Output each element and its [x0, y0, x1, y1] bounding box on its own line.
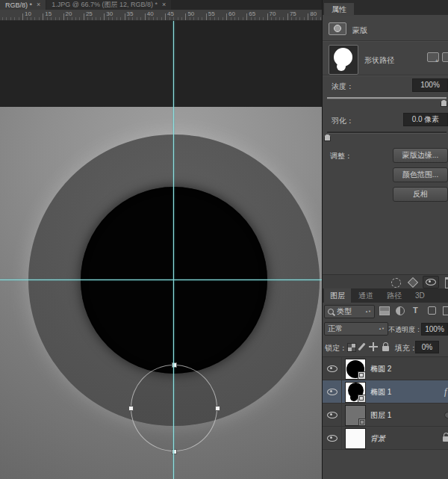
layer-name[interactable]: 椭圆 2 [370, 364, 391, 374]
adjust-label: 调整： [330, 151, 352, 161]
tab-3d[interactable]: 3D [409, 288, 431, 303]
ruler-label: 65 [249, 10, 255, 17]
layer-row-background[interactable]: 背景 [323, 427, 448, 450]
add-vector-mask-icon[interactable] [442, 52, 448, 62]
thumb-bump [350, 394, 358, 401]
eye-icon [327, 435, 337, 442]
eye-icon [327, 412, 337, 418]
document-tab-current[interactable]: RGB/8) * × [0, 0, 46, 10]
visibility-cell[interactable] [323, 357, 342, 380]
close-icon[interactable]: × [37, 0, 40, 10]
document-tabbar: RGB/8) * × 1.JPG @ 66.7% (图层 12, RGB/8) … [0, 0, 322, 10]
eye-icon [426, 279, 436, 285]
chevron-updown-icon: ▲▼ [365, 310, 371, 313]
properties-panel-header: 属性 [323, 0, 448, 15]
ruler-label: 15 [45, 10, 52, 17]
lock-pixels-icon[interactable] [358, 343, 365, 351]
layer-row-layer-1[interactable]: 图层 1 [323, 404, 448, 427]
visibility-cell[interactable] [323, 427, 342, 449]
layer-name[interactable]: 椭圆 1 [370, 387, 391, 398]
ruler-label: 45 [167, 10, 174, 17]
ruler-label: 20 [66, 10, 72, 17]
mask-visibility-button[interactable] [423, 276, 439, 288]
shape-layer-badge-icon [358, 371, 366, 380]
lock-transparency-icon[interactable] [347, 343, 356, 352]
document-tab-label: 1.JPG @ 66.7% (图层 12, RGB/8) * [52, 0, 158, 10]
density-label: 浓度： [332, 81, 354, 92]
tab-channels[interactable]: 通道 [352, 288, 379, 303]
right-panel-group: 属性 蒙版 形状路径 浓度： 100% 羽化： 0.0 像素 调整： 蒙版边缘.… [322, 0, 448, 479]
photoshop-window: RGB/8) * × 1.JPG @ 66.7% (图层 12, RGB/8) … [0, 0, 448, 479]
invert-button[interactable]: 反相 [393, 187, 448, 202]
tab-layers[interactable]: 图层 [324, 288, 351, 303]
tab-paths[interactable]: 路径 [381, 288, 408, 303]
fill-value[interactable]: 0% [415, 341, 439, 353]
top-ruler[interactable]: 10152025303540455055606570758085 [0, 10, 322, 21]
document-tab-other[interactable]: 1.JPG @ 66.7% (图层 12, RGB/8) * × [46, 0, 171, 10]
layer-name[interactable]: 背景 [370, 433, 385, 444]
ruler-label: 35 [127, 10, 134, 17]
apply-mask-icon[interactable] [408, 277, 418, 288]
mask-icon [329, 22, 346, 35]
mask-edge-button[interactable]: 蒙版边缘... [393, 148, 448, 163]
shape-path-thumbnail[interactable] [329, 45, 358, 75]
ellipse-path-outline[interactable] [131, 365, 217, 451]
horizontal-guide[interactable] [0, 279, 322, 280]
filter-shape-layers-icon[interactable] [428, 306, 436, 315]
filter-kind-dropdown[interactable]: 类型 ▲▼ [324, 305, 375, 318]
ruler-label: 30 [106, 10, 113, 17]
close-icon[interactable]: × [162, 0, 166, 10]
feather-slider[interactable] [327, 132, 447, 134]
ruler-label: 10 [25, 10, 31, 17]
density-slider-thumb[interactable] [441, 99, 447, 107]
shape-path-label: 形状路径 [364, 55, 394, 66]
filter-adjustment-layers-icon[interactable] [396, 306, 405, 315]
eye-icon [327, 365, 337, 372]
layer-thumbnail[interactable] [345, 428, 366, 449]
layer-badge-icon [358, 418, 366, 426]
fx-badge-icon[interactable]: f [444, 386, 447, 398]
ruler-label: 60 [228, 10, 235, 17]
mask-label: 蒙版 [352, 25, 367, 36]
opacity-value[interactable]: 100% [421, 323, 448, 336]
filter-pixel-layers-icon[interactable] [379, 306, 390, 315]
canvas-image[interactable] [0, 107, 322, 479]
path-anchor-right[interactable] [215, 406, 220, 411]
ruler-label: 70 [270, 10, 276, 17]
layer-thumbnail[interactable] [345, 405, 366, 426]
vertical-guide[interactable] [173, 21, 174, 479]
visibility-cell[interactable] [323, 380, 342, 403]
load-selection-icon[interactable] [391, 278, 401, 288]
feather-value[interactable]: 0.0 像素 [403, 113, 448, 126]
color-range-button[interactable]: 颜色范围... [393, 167, 448, 182]
layer-row-ellipse-2[interactable]: 椭圆 2 [323, 357, 448, 380]
density-slider[interactable] [327, 97, 447, 99]
blend-mode-dropdown[interactable]: 正常 ▲▼ [324, 322, 388, 336]
add-pixel-mask-icon[interactable] [427, 52, 439, 62]
ruler-label: 75 [290, 10, 296, 17]
feather-slider-thumb[interactable] [324, 134, 331, 141]
tab-properties[interactable]: 属性 [324, 3, 354, 16]
shape-small-circle [337, 62, 346, 71]
layers-panel-tabs: 图层 通道 路径 3D [323, 288, 448, 303]
document-tab-label: RGB/8) * [5, 1, 32, 9]
blend-mode-value: 正常 [328, 324, 343, 334]
eye-icon [327, 389, 337, 395]
layer-thumbnail[interactable] [345, 382, 366, 403]
layer-thumbnail[interactable] [345, 359, 366, 380]
layer-name[interactable]: 图层 1 [370, 410, 391, 421]
delete-mask-icon[interactable] [445, 277, 448, 288]
blend-mode-row: 正常 ▲▼ 不透明度： 100% [323, 320, 448, 338]
lock-label: 锁定： [325, 343, 347, 353]
search-icon [328, 309, 334, 315]
filter-smart-objects-icon[interactable] [443, 306, 448, 315]
lock-all-icon[interactable] [382, 346, 389, 351]
filter-kind-label: 类型 [337, 306, 352, 317]
visibility-cell[interactable] [323, 404, 342, 426]
path-anchor-left[interactable] [128, 406, 134, 411]
layer-row-ellipse-1[interactable]: 椭圆 1 f [323, 380, 448, 404]
density-value[interactable]: 100% [412, 78, 448, 92]
lock-position-icon[interactable] [369, 342, 378, 351]
filter-type-layers-icon[interactable]: T [413, 306, 418, 315]
opacity-label: 不透明度： [388, 325, 422, 335]
